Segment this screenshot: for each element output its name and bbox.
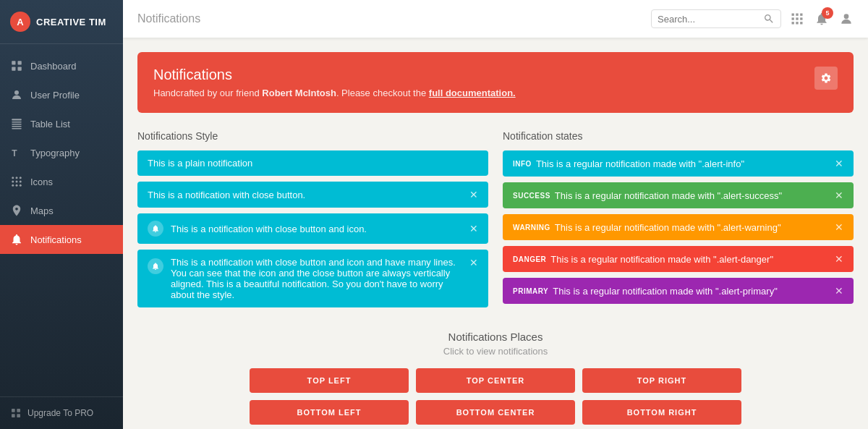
header-card-text: Notifications Handcrafted by our friend … xyxy=(153,67,516,98)
alert-label: SUCCESS xyxy=(513,192,550,200)
svg-point-17 xyxy=(12,184,14,187)
apps-button[interactable] xyxy=(790,12,804,26)
top-center-button[interactable]: TOP CENTER xyxy=(416,368,575,393)
svg-rect-5 xyxy=(12,119,22,120)
brand: A CREATIVE TIM xyxy=(0,0,123,44)
maps-icon xyxy=(10,204,23,217)
alert-label: DANGER xyxy=(513,255,546,263)
svg-rect-20 xyxy=(12,409,15,412)
alert-success: SUCCESS This is a regular notification m… xyxy=(503,182,854,208)
svg-point-18 xyxy=(16,184,18,187)
search-input[interactable] xyxy=(658,14,759,25)
alert-warning: WARNING This is a regular notification m… xyxy=(503,214,854,240)
typography-icon: T xyxy=(10,146,23,159)
bottom-left-button[interactable]: BOTTOM LEFT xyxy=(250,400,409,425)
svg-rect-1 xyxy=(18,61,22,64)
svg-rect-31 xyxy=(796,22,798,24)
bottom-center-button[interactable]: BOTTOM CENTER xyxy=(416,400,575,425)
places-subtitle: Click to view notifications xyxy=(137,346,854,357)
sidebar-footer: Upgrade To PRO xyxy=(0,396,123,429)
alert-close-button[interactable]: ✕ xyxy=(827,221,843,233)
top-left-button[interactable]: TOP LEFT xyxy=(250,368,409,393)
svg-rect-24 xyxy=(792,14,794,16)
upgrade-pro-item[interactable]: Upgrade To PRO xyxy=(10,407,113,419)
svg-rect-32 xyxy=(800,22,802,24)
alert-close-button[interactable]: ✕ xyxy=(827,158,843,169)
topbar-title: Notifications xyxy=(137,12,642,25)
svg-point-14 xyxy=(12,181,14,183)
sidebar-item-label: Notifications xyxy=(30,234,82,245)
alert-label: INFO xyxy=(513,160,532,168)
alert-text: This is a plain notification xyxy=(148,158,252,169)
svg-rect-26 xyxy=(800,14,802,16)
svg-point-11 xyxy=(12,177,14,179)
svg-rect-27 xyxy=(792,17,794,20)
sidebar-item-label: Maps xyxy=(30,205,54,216)
alert-close-button[interactable]: ✕ xyxy=(462,223,478,234)
svg-rect-29 xyxy=(800,17,802,20)
alert-primary: PRIMARY This is a regular notification m… xyxy=(503,278,854,304)
alert-label: PRIMARY xyxy=(513,287,548,295)
svg-point-16 xyxy=(20,181,22,183)
svg-rect-22 xyxy=(12,414,15,417)
alert-close-button[interactable]: ✕ xyxy=(827,190,843,201)
sidebar-item-table-list[interactable]: Table List xyxy=(0,109,123,138)
gear-icon xyxy=(820,72,832,84)
main-content: Notifications 5 xyxy=(123,0,868,429)
author-link[interactable]: Robert McIntosh xyxy=(262,88,336,98)
top-right-button[interactable]: TOP RIGHT xyxy=(582,368,741,393)
alert-text: This is a notification with close button… xyxy=(171,224,367,234)
alert-close-button[interactable]: ✕ xyxy=(462,257,478,268)
notification-bell-button[interactable]: 5 xyxy=(814,12,829,26)
svg-point-12 xyxy=(16,177,18,179)
alert-close-button[interactable]: ✕ xyxy=(827,253,843,265)
alert-multiline: This is a notification with close button… xyxy=(137,250,488,307)
bell-icon xyxy=(148,221,163,237)
sidebar-item-typography[interactable]: T Typography xyxy=(0,138,123,167)
alert-text: This is a regular notification made with… xyxy=(536,158,744,169)
alert-text: This is a regular notification made with… xyxy=(555,190,782,201)
notifications-style-col: Notifications Style This is a plain noti… xyxy=(137,130,488,313)
sidebar-item-icons[interactable]: Icons xyxy=(0,167,123,196)
alert-close-button[interactable]: ✕ xyxy=(827,285,843,297)
header-card-title: Notifications xyxy=(153,67,516,83)
svg-rect-8 xyxy=(12,126,22,127)
sidebar-item-dashboard[interactable]: Dashboard xyxy=(0,51,123,80)
brand-name: CREATIVE TIM xyxy=(36,17,106,27)
svg-rect-23 xyxy=(17,414,20,417)
sidebar-item-maps[interactable]: Maps xyxy=(0,196,123,225)
notification-states-col: Notification states INFO This is a regul… xyxy=(503,130,854,313)
sidebar-item-label: Dashboard xyxy=(30,61,77,72)
sidebar-nav: Dashboard User Profile Table List T Typo… xyxy=(0,44,123,396)
brand-logo: A xyxy=(10,12,30,32)
user-avatar-button[interactable] xyxy=(839,12,854,26)
bottom-right-button[interactable]: BOTTOM RIGHT xyxy=(582,400,741,425)
sidebar-item-label: Typography xyxy=(30,148,80,158)
settings-button[interactable] xyxy=(814,67,838,90)
svg-point-15 xyxy=(16,181,18,183)
search-wrapper xyxy=(651,9,781,28)
header-card: Notifications Handcrafted by our friend … xyxy=(137,52,854,113)
places-grid: TOP LEFT TOP CENTER TOP RIGHT BOTTOM LEF… xyxy=(250,368,741,425)
svg-rect-3 xyxy=(18,67,22,71)
sidebar: A CREATIVE TIM Dashboard User Profile Ta… xyxy=(0,0,123,429)
sidebar-item-user-profile[interactable]: User Profile xyxy=(0,80,123,109)
alert-close-button[interactable]: ✕ xyxy=(462,189,478,200)
svg-rect-21 xyxy=(17,409,20,412)
doc-link[interactable]: full documentation. xyxy=(429,88,516,98)
dashboard-icon xyxy=(10,59,23,72)
svg-text:T: T xyxy=(12,148,17,158)
sidebar-item-notifications[interactable]: Notifications xyxy=(0,225,123,254)
upgrade-icon xyxy=(10,407,22,419)
alert-danger: DANGER This is a regular notification ma… xyxy=(503,246,854,272)
search-icon xyxy=(763,13,775,25)
alert-text: This is a regular notification made with… xyxy=(553,286,778,297)
svg-point-33 xyxy=(844,14,849,19)
svg-rect-0 xyxy=(12,61,15,64)
svg-point-13 xyxy=(20,177,22,179)
notification-badge: 5 xyxy=(822,7,833,19)
sidebar-item-label: User Profile xyxy=(30,90,80,101)
alert-label: WARNING xyxy=(513,224,550,232)
notifications-style-title: Notifications Style xyxy=(137,130,488,142)
alert-with-close-icon: This is a notification with close button… xyxy=(137,213,488,244)
